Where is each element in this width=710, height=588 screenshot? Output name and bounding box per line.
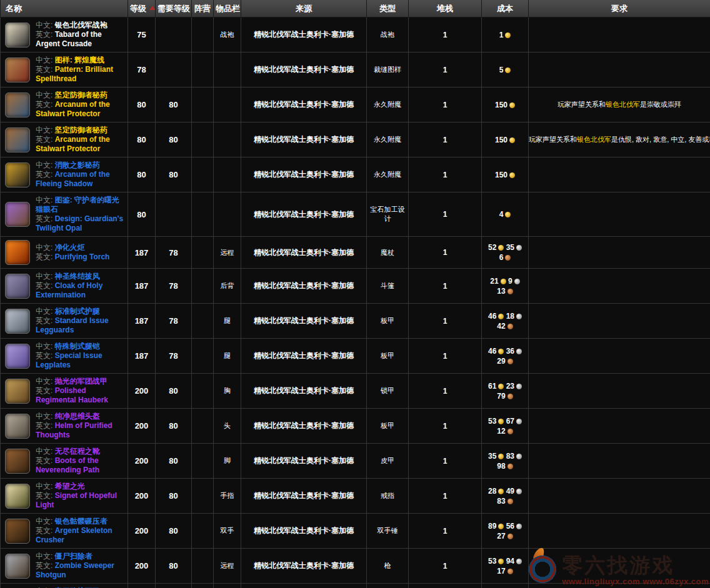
gold-coin [498,384,504,389]
item-icon[interactable] [5,57,30,82]
column-header-8[interactable]: 堆栈 [409,0,482,17]
item-source[interactable]: 精锐北伐军战士奥利卡·塞加德 [241,237,367,269]
item-req-level: 78 [156,269,192,304]
sort-asc-icon [149,6,156,10]
name-cell: 中文: 坚定防御者秘药 英文: Arcanum of the Stalwart … [1,87,128,122]
item-name-cn[interactable]: 无尽征程之靴 [55,447,100,456]
item-stack: 1 [409,479,482,514]
column-header-2[interactable]: 等级 [128,0,156,17]
item-source[interactable]: 精锐北伐军战士奥利卡·塞加德 [241,157,367,192]
item-icon[interactable] [5,162,30,187]
item-faction [192,237,214,269]
item-source[interactable]: 精锐北伐军战士奥利卡·塞加德 [241,339,367,374]
column-header-10[interactable]: 要求 [529,0,710,17]
item-icon[interactable] [5,554,30,579]
item-level: 187 [128,339,156,374]
item-cost: 150 [482,87,529,122]
table-row: 中文: 无尽征程之靴 英文: Boots of the Neverending … [1,444,710,479]
item-faction [192,87,214,122]
item-req-level: 78 [156,304,192,339]
item-name-cn[interactable]: 标准制式护腿 [55,307,100,316]
column-header-3[interactable]: 需要等级 [156,0,192,17]
faction-link[interactable]: 银色北伐军 [606,101,640,108]
column-header-4[interactable]: 阵营 [192,0,214,17]
item-cost: 35 8398 [482,444,529,479]
item-icon[interactable] [5,519,30,544]
item-name-cn[interactable]: 坚定防御者秘药 [55,91,108,99]
item-icon[interactable] [5,274,30,299]
item-req-level: 80 [156,374,192,409]
item-source[interactable]: 精锐北伐军战士奥利卡·塞加德 [241,479,367,514]
item-faction [192,409,214,444]
item-name-cn[interactable]: 僵尸扫除者 [55,552,92,561]
cn-label: 中文: [36,412,55,421]
silver-coin [516,384,522,389]
column-header-9[interactable]: 成本 [482,0,529,17]
item-slot: 腿 [214,339,241,374]
item-stack: 1 [409,17,482,52]
item-name-cn[interactable]: 图样: 辉煌魔线 [55,56,104,64]
column-header-1[interactable]: 名称 [1,0,128,17]
item-name-cn[interactable]: 抛光的军团战甲 [55,377,108,386]
item-cost: 21 913 [482,269,529,304]
item-icon[interactable] [5,309,30,334]
name-cell: 中文: 坚定防御者秘药 英文: Arcanum of the Stalwart … [1,122,128,157]
item-source[interactable]: 精锐北伐军战士奥利卡·塞加德 [241,87,367,122]
column-header-7[interactable]: 类型 [367,0,409,17]
item-faction [192,479,214,514]
item-source[interactable]: 精锐北伐军战士奥利卡·塞加德 [241,409,367,444]
item-name-cn[interactable]: 纯净思维头盔 [55,412,100,421]
item-stack: 1 [409,304,482,339]
item-source[interactable]: 精锐北伐军战士奥利卡·塞加德 [241,374,367,409]
cn-label: 中文: [36,21,55,29]
item-level: 200 [128,409,156,444]
silver-coin [516,314,522,319]
item-name-cn[interactable]: 坚定防御者秘药 [55,126,108,134]
column-header-5[interactable]: 物品栏 [214,0,241,17]
item-source[interactable]: 精锐北伐军战士奥利卡·塞加德 [241,122,367,157]
copper-coin [508,359,513,364]
item-name-cn[interactable]: 神圣终结披风 [55,272,100,281]
item-name-cn[interactable]: 特殊制式腿铠 [55,342,100,351]
name-cell: 中文: 无尽征程之靴 英文: Boots of the Neverending … [1,444,128,479]
cn-label: 中文: [36,126,55,134]
item-icon[interactable] [5,22,30,47]
item-cost: 46 3629 [482,339,529,374]
item-name-cn[interactable]: 净化火炬 [55,243,85,252]
item-icon[interactable] [5,449,30,474]
item-name-cn[interactable]: 银色骷髅碾压者 [55,517,108,526]
en-label: 英文: [36,100,55,109]
column-header-6[interactable]: 来源 [241,0,367,17]
item-requirement [529,584,710,588]
item-source[interactable]: 精锐北伐军战士奥利卡·塞加德 [241,52,367,87]
item-icon[interactable] [5,379,30,404]
item-requirement [529,514,710,549]
column-label: 堆栈 [437,4,453,13]
item-icon[interactable] [5,92,30,117]
item-stack: 1 [409,237,482,269]
item-icon[interactable] [5,202,30,227]
item-source[interactable]: 精锐北伐军战士奥利卡·塞加德 [241,304,367,339]
item-source[interactable]: 精锐北伐军战士奥利卡·塞加德 [241,269,367,304]
item-icon[interactable] [5,344,30,369]
item-source[interactable]: 精锐北伐军战士奥利卡·塞加德 [241,549,367,584]
column-label: 等级 [130,4,146,13]
item-name-en[interactable]: Purifying Torch [55,252,110,261]
item-icon[interactable] [5,127,30,152]
en-label: 英文: [36,135,55,144]
item-icon[interactable] [5,240,30,265]
faction-link[interactable]: 银色北伐军 [577,136,611,143]
item-faction [192,304,214,339]
item-source[interactable]: 精锐北伐军战士奥利卡·塞加德 [241,192,367,237]
item-name-cn[interactable]: 希望之光 [55,482,85,491]
gold-coin [498,559,504,564]
item-source[interactable]: 精锐北伐军战士奥利卡·塞加德 [241,514,367,549]
item-name-cn[interactable]: 消散之影秘药 [55,161,100,169]
item-source[interactable]: 精锐北伐军战士奥利卡·塞加德 [241,584,367,588]
item-icon[interactable] [5,414,30,439]
copper-coin [508,324,513,329]
item-source[interactable]: 精锐北伐军战士奥利卡·塞加德 [241,444,367,479]
item-icon[interactable] [5,484,30,509]
item-source[interactable]: 精锐北伐军战士奥利卡·塞加德 [241,17,367,52]
item-name-cn[interactable]: 银色北伐军战袍 [55,21,108,29]
